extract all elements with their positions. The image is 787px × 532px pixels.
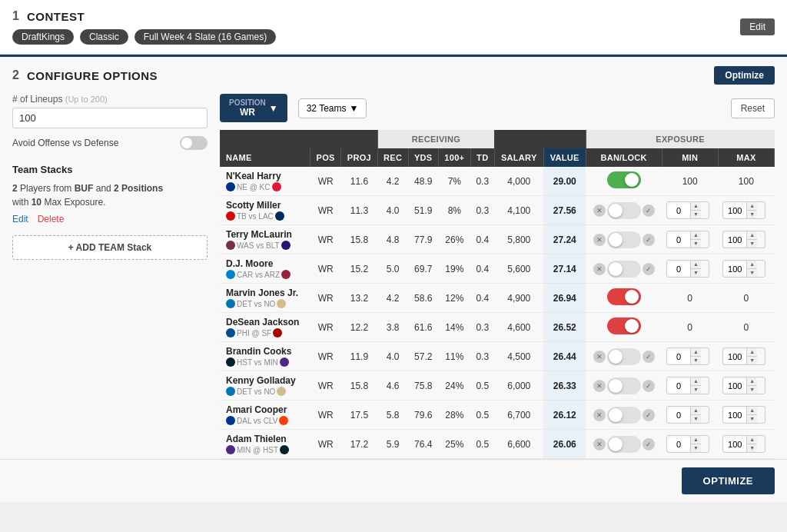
player-min[interactable]: ▲ ▼ [662,430,718,459]
player-banlock[interactable] [586,167,662,196]
optimize-bottom-button[interactable]: OPTIMIZE [682,467,775,494]
lock-button[interactable]: ✓ [643,234,655,246]
min-input[interactable] [667,351,690,363]
player-banlock[interactable]: ✕ ✓ [586,342,662,371]
max-down-button[interactable]: ▼ [746,386,757,394]
banlock-toggle[interactable] [607,318,641,334]
max-down-button[interactable]: ▼ [746,269,757,277]
max-up-button[interactable]: ▲ [746,407,757,415]
lock-button[interactable]: ✓ [643,263,655,275]
min-down-button[interactable]: ▼ [690,415,701,423]
player-max[interactable]: ▲ ▼ [718,254,774,284]
max-down-button[interactable]: ▼ [746,444,757,452]
player-min[interactable]: ▲ ▼ [662,342,718,371]
lock-button[interactable]: ✓ [643,204,655,217]
player-max[interactable]: ▲ ▼ [718,430,774,459]
max-up-button[interactable]: ▲ [746,202,757,211]
banlock-toggle[interactable] [607,202,641,219]
max-up-button[interactable]: ▲ [746,231,757,240]
min-input[interactable] [667,204,690,217]
player-max[interactable]: ▲ ▼ [718,401,774,430]
min-down-button[interactable]: ▼ [690,240,701,248]
max-down-button[interactable]: ▼ [746,357,757,364]
max-input[interactable] [723,263,746,275]
min-up-button[interactable]: ▲ [690,348,701,357]
optimize-top-button[interactable]: Optimize [714,66,775,85]
player-min[interactable]: ▲ ▼ [662,401,718,430]
max-up-button[interactable]: ▲ [746,436,757,444]
banlock-toggle[interactable] [607,407,641,424]
max-up-button[interactable]: ▲ [746,348,757,357]
player-banlock[interactable]: ✕ ✓ [586,254,662,284]
player-banlock[interactable]: ✕ ✓ [586,401,662,430]
player-max[interactable]: ▲ ▼ [718,196,774,225]
player-max[interactable]: ▲ ▼ [718,225,774,254]
min-down-button[interactable]: ▼ [690,386,701,394]
max-input[interactable] [723,380,746,392]
max-input[interactable] [723,438,746,451]
player-banlock[interactable]: ✕ ✓ [586,430,662,459]
min-input[interactable] [667,380,690,392]
team-stacks-edit-link[interactable]: Edit [12,214,28,224]
player-max[interactable]: ▲ ▼ [718,342,774,371]
max-input[interactable] [723,204,746,217]
max-up-button[interactable]: ▲ [746,261,757,269]
min-up-button[interactable]: ▲ [690,436,701,444]
max-input[interactable] [723,234,746,246]
avoid-toggle[interactable] [180,136,208,150]
min-up-button[interactable]: ▲ [690,261,701,269]
lock-button[interactable]: ✓ [643,438,655,451]
ban-button[interactable]: ✕ [593,438,606,451]
banlock-toggle[interactable] [607,288,641,305]
banlock-toggle[interactable] [607,436,641,453]
lineups-input[interactable] [12,108,208,128]
player-min[interactable]: ▲ ▼ [662,225,718,254]
min-up-button[interactable]: ▲ [690,231,701,240]
banlock-toggle[interactable] [607,231,641,248]
min-up-button[interactable]: ▲ [690,377,701,386]
min-down-button[interactable]: ▼ [690,357,701,364]
min-up-button[interactable]: ▲ [690,202,701,211]
banlock-toggle[interactable] [607,171,641,188]
min-input[interactable] [667,234,690,246]
min-up-button[interactable]: ▲ [690,407,701,415]
player-banlock[interactable]: ✕ ✓ [586,225,662,254]
banlock-toggle[interactable] [607,377,641,394]
min-down-button[interactable]: ▼ [690,444,701,452]
team-stacks-delete-link[interactable]: Delete [38,214,65,224]
max-down-button[interactable]: ▼ [746,240,757,248]
max-down-button[interactable]: ▼ [746,211,757,218]
max-input[interactable] [723,351,746,363]
player-min[interactable]: ▲ ▼ [662,254,718,284]
player-banlock[interactable] [586,284,662,313]
ban-button[interactable]: ✕ [593,234,606,246]
min-input[interactable] [667,409,690,421]
reset-button[interactable]: Reset [731,98,775,118]
max-input[interactable] [723,409,746,421]
player-banlock[interactable] [586,313,662,342]
ban-button[interactable]: ✕ [593,409,606,421]
contest-edit-button[interactable]: Edit [740,18,775,35]
position-filter-button[interactable]: POSITION WR ▼ [220,94,287,122]
teams-filter-button[interactable]: 32 Teams ▼ [298,98,367,118]
player-min[interactable]: ▲ ▼ [662,196,718,225]
lock-button[interactable]: ✓ [643,351,655,363]
player-max[interactable]: ▲ ▼ [718,371,774,401]
min-down-button[interactable]: ▼ [690,269,701,277]
player-banlock[interactable]: ✕ ✓ [586,196,662,225]
player-banlock[interactable]: ✕ ✓ [586,371,662,401]
min-input[interactable] [667,438,690,451]
banlock-toggle[interactable] [607,348,641,365]
banlock-toggle[interactable] [607,261,641,278]
max-down-button[interactable]: ▼ [746,415,757,423]
min-input[interactable] [667,263,690,275]
ban-button[interactable]: ✕ [593,263,606,275]
ban-button[interactable]: ✕ [593,204,606,217]
min-down-button[interactable]: ▼ [690,211,701,218]
player-min[interactable]: ▲ ▼ [662,371,718,401]
ban-button[interactable]: ✕ [593,380,606,392]
lock-button[interactable]: ✓ [643,409,655,421]
add-team-stack-button[interactable]: + ADD TEAM Stack [12,235,208,260]
ban-button[interactable]: ✕ [593,351,606,363]
lock-button[interactable]: ✓ [643,380,655,392]
